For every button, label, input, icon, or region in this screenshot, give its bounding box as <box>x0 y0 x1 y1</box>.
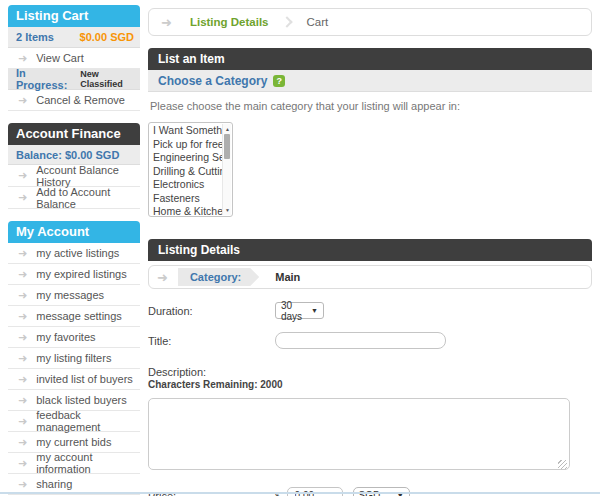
arrow-right-icon: ➜ <box>18 416 27 427</box>
breadcrumb: ➜ Listing Details Cart <box>148 8 592 36</box>
description-textarea-wrap <box>148 390 570 474</box>
title-input[interactable] <box>275 332 446 349</box>
scrollbar-thumb[interactable] <box>224 134 230 159</box>
cart-items-count: 2 Items <box>16 31 54 43</box>
list-item[interactable]: Pick up for free! <box>149 138 222 152</box>
sidebar-item-black-listed-buyers[interactable]: ➜ black listed buyers <box>8 390 140 411</box>
description-block: Description: Characters Remaining: 2000 <box>148 363 592 474</box>
duration-value: 30 days <box>281 300 311 322</box>
help-icon[interactable]: ? <box>273 75 285 87</box>
choose-category-link[interactable]: Choose a Category <box>158 74 267 88</box>
sidebar-item-my-account-information[interactable]: ➜ my account information <box>8 453 140 474</box>
category-options: I Want Something... Pick up for free! En… <box>149 124 222 217</box>
category-listbox[interactable]: I Want Something... Pick up for free! En… <box>148 122 233 217</box>
chevron-right-icon <box>281 16 292 27</box>
arrow-right-icon: ➜ <box>18 479 27 490</box>
choose-category-row: Choose a Category ? <box>148 70 592 92</box>
sidebar-item-my-active-listings[interactable]: ➜ my active listings <box>8 243 140 264</box>
caret-down-icon: ▼ <box>311 307 318 314</box>
scroll-up-icon[interactable]: ▲ <box>223 126 232 132</box>
sidebar-item-my-messages[interactable]: ➜ my messages <box>8 285 140 306</box>
footer-divider <box>0 492 600 494</box>
arrow-right-icon: ➜ <box>18 374 27 385</box>
sidebar-item-invited-buyers[interactable]: ➜ invited list of buyers <box>8 369 140 390</box>
account-finance-section: Account Finance Balance: $0.00 SGD ➜ Acc… <box>8 123 140 209</box>
sidebar: Listing Cart 2 Items $0.00 SGD ➜ View Ca… <box>8 5 140 496</box>
arrow-right-icon: ➜ <box>18 353 27 364</box>
arrow-right-icon: ➜ <box>18 248 27 259</box>
category-instruction: Please choose the main category that you… <box>150 100 592 112</box>
description-textarea[interactable] <box>148 398 570 470</box>
sidebar-item-add-balance[interactable]: ➜ Add to Account Balance <box>8 187 140 209</box>
main-content: ➜ Listing Details Cart List an Item Choo… <box>148 8 592 496</box>
arrow-right-icon: ➜ <box>18 170 27 181</box>
list-item[interactable]: Engineering Services <box>149 151 222 165</box>
list-item[interactable]: Drilling & Cutting <box>149 165 222 179</box>
sidebar-item-my-listing-filters[interactable]: ➜ my listing filters <box>8 348 140 369</box>
duration-row: Duration: 30 days ▼ <box>148 302 592 319</box>
arrow-right-icon: ➜ <box>18 192 27 203</box>
arrow-right-icon: ➜ <box>18 458 27 469</box>
arrow-right-icon: ➜ <box>18 311 27 322</box>
sidebar-item-my-favorites[interactable]: ➜ my favorites <box>8 327 140 348</box>
description-label: Description: <box>148 363 592 378</box>
in-progress-label: In Progress: <box>16 67 76 91</box>
account-finance-header: Account Finance <box>8 123 140 145</box>
sidebar-item-my-expired-listings[interactable]: ➜ my expired listings <box>8 264 140 285</box>
sidebar-item-message-settings[interactable]: ➜ message settings <box>8 306 140 327</box>
arrow-right-icon: ➜ <box>18 269 27 280</box>
listing-cart-header: Listing Cart <box>8 5 140 27</box>
sidebar-item-feedback-management[interactable]: ➜ feedback management <box>8 411 140 432</box>
sidebar-item-balance-history[interactable]: ➜ Account Balance History <box>8 165 140 187</box>
characters-remaining: Characters Remaining: 2000 <box>148 379 592 390</box>
cart-total: $0.00 SGD <box>80 31 134 43</box>
list-item[interactable]: I Want Something... <box>149 124 222 138</box>
list-item[interactable]: Electronics <box>149 178 222 192</box>
my-account-section: My Account ➜ my active listings ➜ my exp… <box>8 221 140 495</box>
arrow-right-icon: ➜ <box>18 95 27 106</box>
listing-details-header: Listing Details <box>148 239 592 261</box>
listing-cart-section: Listing Cart 2 Items $0.00 SGD ➜ View Ca… <box>8 5 140 111</box>
in-progress-row: In Progress: New Classified <box>8 69 140 90</box>
account-balance: Balance: $0.00 SGD <box>8 145 140 165</box>
step-main-value: Main <box>275 271 300 283</box>
breadcrumb-cart[interactable]: Cart <box>307 16 329 28</box>
duration-label: Duration: <box>148 302 275 317</box>
title-row: Title: <box>148 332 592 349</box>
view-cart-link[interactable]: ➜ View Cart <box>8 48 140 69</box>
breadcrumb-listing-details[interactable]: Listing Details <box>190 16 269 28</box>
category-step-bar: ➜ Category: Main <box>148 265 592 289</box>
arrow-right-icon: ➜ <box>157 271 168 284</box>
arrow-right-icon: ➜ <box>18 53 27 64</box>
arrow-right-icon: ➜ <box>18 437 27 448</box>
title-label: Title: <box>148 332 275 347</box>
cancel-remove-link[interactable]: ➜ Cancel & Remove <box>8 90 140 111</box>
scroll-down-icon[interactable]: ▼ <box>223 207 232 213</box>
list-item[interactable]: Home & Kitchen <box>149 205 222 217</box>
arrow-right-icon: ➜ <box>18 395 27 406</box>
listbox-scrollbar[interactable]: ▲ ▼ <box>222 124 231 215</box>
step-category[interactable]: Category: <box>178 268 259 286</box>
in-progress-value: New Classified <box>80 69 140 89</box>
cart-summary-row: 2 Items $0.00 SGD <box>8 27 140 48</box>
arrow-right-icon: ➜ <box>161 16 172 29</box>
list-an-item-header: List an Item <box>148 48 592 70</box>
sidebar-item-my-current-bids[interactable]: ➜ my current bids <box>8 432 140 453</box>
arrow-right-icon: ➜ <box>18 332 27 343</box>
list-item[interactable]: Fasteners <box>149 192 222 206</box>
duration-select[interactable]: 30 days ▼ <box>275 302 324 319</box>
arrow-right-icon: ➜ <box>18 290 27 301</box>
my-account-header: My Account <box>8 221 140 243</box>
